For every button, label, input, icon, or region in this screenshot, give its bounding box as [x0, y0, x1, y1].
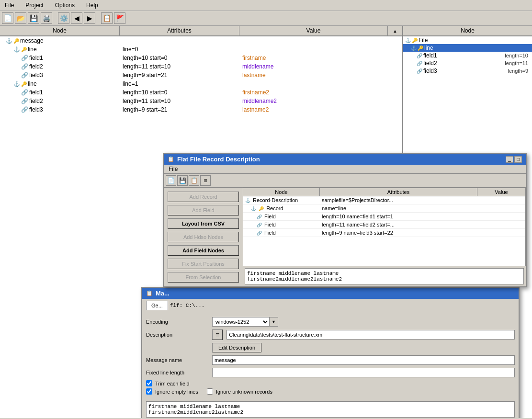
value-cell: lastname2 — [239, 106, 402, 113]
settings-button[interactable]: ⚙️ — [58, 12, 69, 24]
node-cell: ⚓ 🔑 message — [0, 37, 120, 45]
add-field-nodes-button[interactable]: Add Field Nodes — [168, 245, 239, 256]
field-icon: 🔗 — [21, 55, 28, 61]
node-cell: 🔗 field2 — [0, 63, 120, 70]
back-button[interactable]: ◀ — [71, 12, 82, 24]
fixed-line-length-input[interactable] — [212, 368, 515, 377]
table-row: 🔗 field1 length=10 start=0 firstname2 — [0, 88, 402, 97]
col-attributes: Attributes — [320, 188, 477, 196]
menu-project[interactable]: Project — [23, 1, 46, 10]
encoding-dropdown-btn[interactable]: ▼ — [270, 317, 278, 327]
dialog-clip-btn[interactable]: 📋 — [189, 175, 199, 186]
key-icon: 🔑 — [418, 45, 423, 51]
menu-bar: File Project Options Help — [0, 0, 532, 11]
attr-cell: line=0 — [120, 45, 239, 53]
node-cell: 🔗 field1 — [0, 54, 120, 62]
save-button[interactable]: 💾 — [28, 12, 39, 24]
print-button[interactable]: 🖨️ — [41, 12, 52, 24]
from-selection-button[interactable]: From Selection — [168, 272, 239, 283]
layout-from-csv-button[interactable]: Layout from CSV — [168, 218, 239, 229]
minimize-button[interactable]: _ — [506, 156, 513, 163]
node-label: field1 — [423, 52, 437, 59]
attr-value: length=11 — [505, 60, 530, 66]
anchor-icon: ⚓ — [6, 38, 12, 44]
forward-button[interactable]: ▶ — [84, 12, 95, 24]
menu-help[interactable]: Help — [83, 1, 101, 10]
map-title: Ma... — [156, 290, 170, 297]
clipboard-button[interactable]: 📋 — [101, 12, 113, 24]
new-button[interactable]: 📄 — [2, 12, 13, 24]
list-item: ⚓ 🔑 File — [403, 36, 532, 44]
attr-cell: line=1 — [120, 80, 239, 88]
form-area: Encoding windows-1252 ▼ Description ≡ Ed… — [142, 314, 519, 399]
dialog-file-menu[interactable]: File — [166, 165, 181, 173]
add-field-button[interactable]: Add Field — [168, 205, 239, 215]
dialog-list-btn[interactable]: ≡ — [200, 175, 211, 186]
key-icon: 🔑 — [21, 81, 27, 87]
table-row: ⚓ Record-Description samplefile=$Project… — [243, 196, 525, 204]
node-label: field3 — [29, 106, 43, 113]
ignore-empty-lines-label: Ignore empty lines — [155, 389, 198, 395]
dialog-new-btn[interactable]: 📄 — [166, 175, 176, 186]
add-hdso-nodes-button[interactable]: Add Hdso Nodes — [168, 232, 239, 242]
value-cell — [477, 224, 525, 225]
node-cell: ⚓ 🔑 line — [0, 45, 120, 53]
node-label: File — [419, 37, 428, 44]
open-button[interactable]: 📂 — [15, 12, 26, 24]
ignore-empty-lines-checkbox[interactable] — [146, 388, 152, 395]
value-cell — [239, 83, 402, 84]
attr-cell: length=11 start=10 — [120, 97, 239, 105]
menu-file[interactable]: File — [2, 1, 17, 10]
table-row: ⚓ 🔑 Record name=line — [243, 204, 525, 213]
dialog-save-btn[interactable]: 💾 — [177, 175, 188, 186]
flag-button[interactable]: 🚩 — [114, 12, 125, 24]
right-node: 🔗 field3 — [417, 68, 437, 74]
value-cell — [477, 232, 525, 233]
field-icon: 🔗 — [257, 231, 262, 236]
key-icon: 🔑 — [13, 38, 19, 44]
description-browse-btn[interactable]: ≡ — [212, 329, 223, 340]
dialog-menu: File — [164, 165, 526, 174]
node-label: Field — [264, 230, 276, 236]
edit-description-button[interactable]: Edit Description — [212, 343, 261, 352]
right-node: 🔗 field2 — [417, 60, 437, 67]
node-label: field1 — [29, 55, 43, 61]
table-row: 🔗 Field length=9 name=field3 start=22 — [243, 229, 525, 237]
field-icon: 🔗 — [21, 72, 28, 79]
value-cell: middlename — [239, 63, 402, 70]
encoding-select[interactable]: windows-1252 — [212, 317, 270, 327]
field-icon: 🔗 — [21, 63, 28, 70]
node-cell: 🔗 field1 — [0, 89, 120, 96]
attr-cell: length=10 name=field1 start=1 — [320, 213, 477, 220]
list-item: 🔗 field3 length=9 — [403, 67, 532, 75]
dialog-ffrd-title-bar: 📋 Flat File Record Description _ □ — [164, 154, 526, 165]
node-cell: 🔗 field3 — [0, 106, 120, 113]
table-row: ⚓ 🔑 line line=1 — [0, 79, 402, 88]
add-record-button[interactable]: Add Record — [168, 192, 239, 202]
field-icon: 🔗 — [21, 106, 28, 113]
description-label: Description — [146, 332, 208, 338]
message-name-row: Message name — [146, 355, 515, 365]
table-row: 🔗 Field length=11 name=field2 start=... — [243, 221, 525, 229]
attr-cell: length=11 name=field2 start=... — [320, 221, 477, 228]
description-input[interactable] — [226, 330, 515, 340]
fix-start-positions-button[interactable]: Fix Start Positions — [168, 259, 239, 269]
map-preview-line2: firstname2middlename2lastname2 — [148, 409, 512, 415]
field-icon: 🔗 — [417, 53, 422, 58]
node-cell: ⚓ 🔑 Record — [243, 205, 320, 212]
maximize-button[interactable]: □ — [514, 156, 522, 163]
ffrd-tree-area: Node Attributes Value ⚓ Record-Descripti… — [243, 188, 526, 286]
anchor-icon: ⚓ — [411, 45, 417, 51]
message-name-input[interactable] — [212, 355, 515, 365]
edit-description-row: Edit Description — [146, 343, 515, 352]
text-preview: firstname middlename lastname firstname2… — [245, 268, 524, 284]
map-preview: firstname middlename lastname firstname2… — [146, 401, 515, 418]
list-item: 🔗 field1 length=10 — [403, 52, 532, 59]
fixed-line-length-row: Fixed line length — [146, 368, 515, 377]
map-tab-general[interactable]: Ge... — [146, 301, 168, 310]
menu-options[interactable]: Options — [52, 1, 78, 10]
map-top: Ge... flf: C:\... — [146, 301, 515, 310]
attr-value: length=9 — [508, 68, 530, 74]
ignore-unknown-records-checkbox[interactable] — [207, 388, 213, 395]
trim-each-field-checkbox[interactable] — [146, 380, 152, 386]
